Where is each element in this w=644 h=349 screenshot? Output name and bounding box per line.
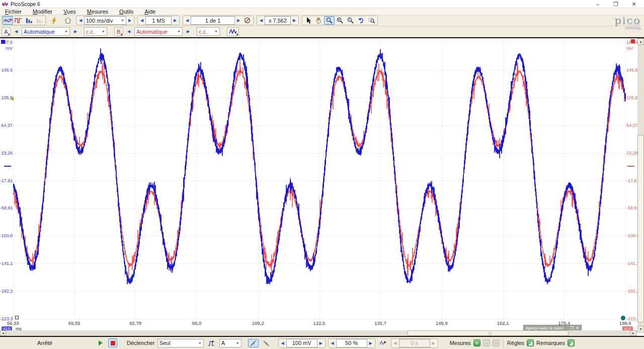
zoom-origin-marker[interactable] bbox=[15, 316, 19, 319]
zoom-factor-value: x 7,562 bbox=[269, 18, 287, 24]
run-button[interactable] bbox=[95, 339, 106, 347]
trigger-source-select[interactable]: A ▼ bbox=[219, 339, 242, 347]
pretrigger-up[interactable]: ▶ bbox=[367, 339, 374, 347]
minimize-button[interactable]: – bbox=[595, 1, 601, 7]
menu-mesures[interactable]: Mesures bbox=[87, 9, 108, 15]
channel-a-range-select[interactable]: Automatique ▼ bbox=[22, 27, 70, 36]
zoom-factor-prev-button[interactable]: ◀ bbox=[258, 16, 265, 25]
channel-a-range-next[interactable]: ▶ bbox=[72, 27, 79, 36]
scroll-right-icon[interactable]: ► bbox=[630, 330, 636, 336]
marquee-zoom-button[interactable] bbox=[366, 16, 377, 25]
channel-a-button[interactable]: A bbox=[2, 27, 11, 36]
falling-edge-button[interactable] bbox=[261, 339, 272, 347]
signal-generator-button[interactable] bbox=[227, 27, 239, 36]
post-trigger-delay-button[interactable] bbox=[378, 339, 388, 347]
menu-fichier[interactable]: Fichier bbox=[5, 9, 22, 15]
zoom-factor-box[interactable]: x 7,562 bbox=[265, 16, 291, 25]
left-axis-tick: -100,0 bbox=[0, 233, 13, 238]
channel-b-range-prev[interactable]: ◀ bbox=[125, 27, 132, 36]
zoom-out-tool-button[interactable] bbox=[345, 16, 356, 25]
trigger-level-marker-icon[interactable] bbox=[10, 97, 14, 101]
channel-b-zero-marker[interactable] bbox=[627, 166, 634, 167]
trigger-time-marker[interactable] bbox=[621, 316, 625, 320]
notes-button[interactable]: ◢ bbox=[568, 339, 575, 346]
channel-b-button[interactable]: B bbox=[114, 27, 123, 36]
zoom-preview-title: Aperçu avec le zoom bbox=[526, 326, 568, 330]
stop-button[interactable] bbox=[108, 338, 117, 347]
channel-b-range-next[interactable]: ▶ bbox=[185, 27, 192, 36]
zoom-window-tool-button[interactable] bbox=[324, 16, 335, 25]
trigger-level-value: 100 mV bbox=[292, 340, 311, 346]
close-icon[interactable]: ✕ bbox=[576, 326, 579, 330]
channel-a-coupling-select[interactable]: c.c. ▼ bbox=[84, 27, 107, 36]
horizontal-scrollbar[interactable]: ◄ ► bbox=[0, 330, 637, 336]
channel-b-range-select[interactable]: Automatique ▼ bbox=[134, 27, 183, 36]
menu-vues[interactable]: Vues bbox=[63, 9, 76, 15]
timebase-prev-button[interactable]: ◀ bbox=[77, 16, 84, 25]
scroll-down-icon[interactable]: ▼ bbox=[637, 326, 644, 332]
notes-label: Remarques bbox=[536, 340, 565, 346]
channel-b-coupling-select[interactable]: c.c. ▼ bbox=[197, 27, 220, 36]
delay-up: ▶ bbox=[430, 339, 437, 347]
pico-logo-hatch bbox=[627, 22, 640, 29]
chevron-down-icon: ▼ bbox=[198, 341, 202, 345]
left-axis-tick: -141,1 bbox=[0, 261, 13, 266]
scope-view[interactable]: 187,6146,6105,564,3723,28-17,81-58,91-10… bbox=[0, 37, 644, 337]
close-button[interactable]: ✕ bbox=[631, 1, 637, 7]
zoom-factor-next-button[interactable]: ▶ bbox=[291, 16, 298, 25]
menu-modifier[interactable]: Modifier bbox=[33, 9, 52, 15]
page-prev-button[interactable]: ◀ bbox=[184, 16, 191, 25]
page-next-button[interactable]: ▶ bbox=[235, 16, 242, 25]
zoom-in-tool-button[interactable] bbox=[335, 16, 345, 25]
main-toolbar: ◀ 100 ms/div ▼ ▶ ◀ 1 MS ▶ ◀ 1 de 1 ▶ ◀ x… bbox=[0, 15, 644, 26]
scroll-left-icon[interactable]: ◄ bbox=[0, 330, 6, 336]
samples-select[interactable]: 1 MS bbox=[145, 16, 172, 25]
trigger-mode-select[interactable]: Seul ▼ bbox=[157, 339, 204, 347]
no-overflow-button[interactable] bbox=[242, 16, 253, 25]
trigger-level-box[interactable]: 100 mV bbox=[286, 339, 317, 347]
rising-edge-button[interactable] bbox=[248, 339, 259, 347]
timebase-next-button[interactable]: ▶ bbox=[126, 16, 133, 25]
corner-triangle-icon bbox=[8, 33, 10, 35]
menu-outils[interactable]: Outils bbox=[119, 9, 133, 15]
add-measure-button[interactable]: + bbox=[473, 339, 480, 346]
menu-aide[interactable]: Aide bbox=[144, 9, 155, 15]
time-axis-tick: 82,78 bbox=[119, 320, 151, 326]
advanced-trigger-button[interactable] bbox=[206, 339, 217, 347]
trigger-level-down[interactable]: ◀ bbox=[279, 339, 286, 347]
zoom-in-icon bbox=[337, 17, 343, 24]
maximize-button[interactable]: ❐ bbox=[613, 1, 619, 7]
spectrum-view-button[interactable] bbox=[24, 16, 34, 25]
popout-icon[interactable]: ❐ bbox=[570, 326, 574, 330]
pointer-tool-button[interactable] bbox=[303, 16, 313, 25]
pan-tool-button[interactable] bbox=[313, 16, 324, 25]
persistence-view-button[interactable] bbox=[13, 16, 24, 25]
channel-b-top-marker[interactable] bbox=[631, 39, 635, 43]
home-button[interactable] bbox=[62, 16, 73, 25]
samples-prev-button[interactable]: ◀ bbox=[138, 16, 145, 25]
left-axis-tick: -17,81 bbox=[0, 178, 13, 183]
scope-view-button[interactable] bbox=[3, 16, 13, 25]
rulers-button[interactable]: ◢ bbox=[527, 339, 534, 346]
probe-setup-button[interactable] bbox=[49, 16, 59, 25]
pretrigger-box[interactable]: 50 % bbox=[336, 339, 367, 347]
channel-a-coupling-value: c.c. bbox=[86, 29, 95, 35]
scroll-up-icon[interactable]: ▲ bbox=[637, 38, 644, 45]
page-indicator[interactable]: 1 de 1 bbox=[191, 16, 235, 25]
channel-a-top-marker[interactable] bbox=[1, 40, 5, 44]
menu-bar: Fichier Modifier Vues Mesures Outils Aid… bbox=[0, 8, 644, 15]
samples-next-button[interactable]: ▶ bbox=[172, 16, 179, 25]
circle-slash-icon bbox=[244, 17, 251, 24]
vertical-scrollbar[interactable]: ▲ ▼ bbox=[637, 38, 644, 332]
vertical-scrollbar-thumb[interactable] bbox=[637, 135, 644, 322]
horizontal-scrollbar-thumb[interactable] bbox=[408, 330, 569, 336]
channel-a-range-prev[interactable]: ◀ bbox=[13, 27, 20, 36]
channel-a-zero-marker[interactable] bbox=[4, 166, 11, 167]
waveform-canvas[interactable] bbox=[0, 38, 644, 336]
time-axis-tick: 122,5 bbox=[303, 320, 336, 326]
timebase-select[interactable]: 100 ms/div ▼ bbox=[84, 16, 126, 25]
trigger-level-up[interactable]: ▶ bbox=[317, 339, 325, 347]
undo-zoom-button[interactable] bbox=[356, 16, 366, 25]
pretrigger-down[interactable]: ◀ bbox=[329, 339, 336, 347]
channel-b-range-value: Automatique bbox=[136, 29, 168, 35]
